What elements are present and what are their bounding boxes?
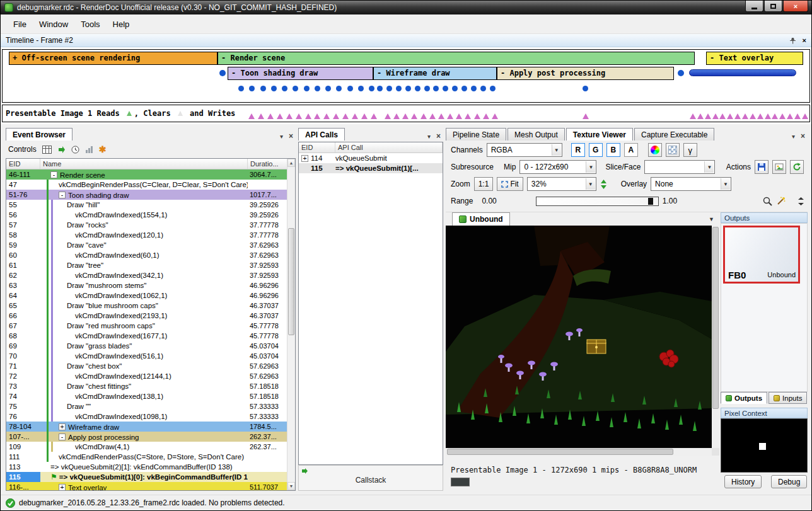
texture-vertical-scrollbar[interactable] bbox=[712, 226, 719, 448]
event-row[interactable]: 75Draw ""57.33333 bbox=[6, 401, 287, 411]
usage-marker-triangle[interactable] bbox=[492, 113, 498, 119]
usage-marker-triangle[interactable] bbox=[277, 113, 283, 119]
event-row[interactable]: 115⚑=> vkQueueSubmit(1)[0]: vkBeginComma… bbox=[6, 472, 287, 482]
toolbar-overflow-icon[interactable] bbox=[798, 197, 804, 205]
tab-pipeline-state[interactable]: Pipeline State bbox=[446, 128, 506, 141]
usage-marker-triangle[interactable] bbox=[429, 113, 436, 119]
refresh-button[interactable] bbox=[790, 160, 804, 174]
usage-marker-triangle[interactable] bbox=[719, 113, 726, 119]
api-call-row[interactable]: +114vkQueueSubmit bbox=[299, 153, 443, 163]
event-row[interactable]: 58vkCmdDrawIndexed(120,1)37.77778 bbox=[6, 230, 287, 240]
usage-marker-triangle[interactable] bbox=[314, 113, 320, 119]
drawcall-dot[interactable] bbox=[424, 86, 430, 91]
channels-combo[interactable]: RGBA ▼ bbox=[487, 143, 562, 157]
channel-b-button[interactable]: B bbox=[606, 143, 620, 157]
event-row[interactable]: 57Draw "rocks"37.77778 bbox=[6, 220, 287, 230]
event-row[interactable]: 46-111-Render scene3064.7... bbox=[6, 169, 287, 180]
event-row[interactable]: 74vkCmdDrawIndexed(138,1)57.18518 bbox=[6, 391, 287, 401]
column-eid[interactable]: EID bbox=[299, 142, 335, 152]
flip-y-icon[interactable] bbox=[600, 180, 607, 189]
event-row[interactable]: 47vkCmdBeginRenderPass(C=Clear, D=Clear,… bbox=[6, 180, 287, 190]
event-browser-scrollbar[interactable]: ▲ ▼ bbox=[287, 159, 295, 490]
usage-marker-triangle[interactable] bbox=[750, 113, 756, 119]
usage-marker-triangle[interactable] bbox=[583, 113, 589, 119]
usage-marker-triangle[interactable] bbox=[420, 113, 427, 119]
event-row[interactable]: 62vkCmdDrawIndexed(342,1)37.92593 bbox=[6, 270, 287, 280]
usage-marker-triangle[interactable] bbox=[690, 113, 696, 119]
event-row[interactable]: 109vkCmdDraw(4,1)262.37... bbox=[6, 442, 287, 452]
texture-list-dropdown-icon[interactable]: ▼ bbox=[709, 216, 714, 222]
zoom-value-combo[interactable]: 32% ▼ bbox=[527, 177, 596, 191]
fb0-thumbnail[interactable]: FB0 Unbound bbox=[723, 226, 800, 284]
bookmark-icon[interactable]: ✱ bbox=[99, 144, 107, 154]
maximize-button[interactable] bbox=[764, 1, 782, 12]
event-row[interactable]: 51-76-Toon shading draw1017.7... bbox=[6, 190, 287, 200]
event-row[interactable]: 76vkCmdDrawIndexed(1098,1)57.33333 bbox=[6, 411, 287, 422]
pin-icon[interactable] bbox=[789, 37, 796, 44]
usage-marker-triangle[interactable] bbox=[727, 113, 733, 119]
drawcall-dot[interactable] bbox=[238, 86, 244, 91]
panel-menu-icon[interactable]: ▾ bbox=[280, 133, 283, 140]
panel-menu-icon[interactable]: ▾ bbox=[427, 133, 431, 140]
hdr-mul-button[interactable] bbox=[648, 143, 662, 157]
drawcall-dot[interactable] bbox=[396, 86, 402, 91]
tab-event-browser[interactable]: Event Browser bbox=[6, 128, 72, 141]
usage-marker-triangle[interactable] bbox=[385, 113, 391, 119]
drawcall-dot[interactable] bbox=[271, 86, 277, 91]
event-row[interactable]: 59Draw "cave"37.62963 bbox=[6, 240, 287, 250]
drawcall-dot[interactable] bbox=[433, 86, 439, 91]
drawcall-dot[interactable] bbox=[304, 86, 310, 91]
menu-file[interactable]: File bbox=[7, 16, 33, 32]
panel-close-icon[interactable]: × bbox=[801, 132, 805, 141]
usage-marker-triangle[interactable] bbox=[456, 113, 462, 119]
event-row[interactable]: 67Draw "red mushroom caps"45.77778 bbox=[6, 321, 287, 331]
tab-api-calls[interactable]: API Calls bbox=[298, 128, 345, 141]
range-slider-thumb[interactable] bbox=[648, 198, 653, 205]
drawcall-dot[interactable] bbox=[405, 86, 411, 91]
scrollbar-thumb[interactable] bbox=[288, 228, 294, 335]
scrollbar-thumb[interactable] bbox=[447, 449, 673, 455]
drawcall-dot[interactable] bbox=[461, 86, 467, 91]
texture-horizontal-scrollbar[interactable] bbox=[446, 448, 712, 456]
event-row[interactable]: 56vkCmdDrawIndexed(1554,1)39.25926 bbox=[6, 210, 287, 220]
tree-expander[interactable]: + bbox=[59, 484, 66, 490]
scroll-down-icon[interactable]: ▼ bbox=[287, 482, 295, 490]
usage-marker-triangle[interactable] bbox=[757, 113, 763, 119]
api-calls-header[interactable]: EID API Call bbox=[299, 142, 443, 153]
drawcall-dot[interactable] bbox=[415, 86, 420, 91]
tree-expander[interactable]: + bbox=[301, 155, 308, 162]
usage-marker-triangle[interactable] bbox=[447, 113, 453, 119]
event-row[interactable]: 63Draw "mushroom stems"46.96296 bbox=[6, 280, 287, 290]
timeline-section-post-processing[interactable]: - Apply post processing bbox=[497, 67, 674, 80]
tab-capture-executable[interactable]: Capture Executable bbox=[634, 128, 714, 141]
zoom-1-1-button[interactable]: 1:1 bbox=[474, 177, 494, 191]
column-name[interactable]: Name bbox=[40, 159, 248, 169]
drawcall-dot[interactable] bbox=[315, 86, 320, 91]
mip-combo[interactable]: 0 - 1272x690 ▼ bbox=[519, 160, 596, 174]
open-texture-list-button[interactable] bbox=[772, 160, 786, 174]
tab-texture-viewer[interactable]: Texture Viewer bbox=[566, 128, 633, 141]
panel-close-icon[interactable]: × bbox=[289, 132, 293, 141]
scrollbar-thumb[interactable] bbox=[712, 227, 719, 409]
timeline-drawcall-capsule[interactable] bbox=[689, 69, 796, 76]
tab-inputs[interactable]: Inputs bbox=[768, 392, 807, 404]
drawcall-dot[interactable] bbox=[219, 70, 226, 76]
scroll-up-icon[interactable]: ▲ bbox=[287, 159, 295, 167]
drawcall-dot[interactable] bbox=[471, 86, 477, 91]
menu-window[interactable]: Window bbox=[33, 16, 74, 32]
drawcall-dot[interactable] bbox=[386, 86, 392, 91]
channel-r-button[interactable]: R bbox=[571, 143, 585, 157]
autofit-wand-icon[interactable] bbox=[776, 197, 786, 206]
timeline-section-text-overlay[interactable]: - Text overlay bbox=[706, 52, 803, 65]
usage-marker-triangle[interactable] bbox=[438, 113, 444, 119]
drawcall-dot[interactable] bbox=[583, 86, 588, 91]
usage-marker-triangle[interactable] bbox=[258, 113, 264, 119]
zoom-range-icon[interactable] bbox=[763, 197, 772, 206]
backdrop-color-swatch[interactable] bbox=[451, 478, 470, 486]
usage-marker-triangle[interactable] bbox=[802, 113, 808, 119]
event-row[interactable]: 55Draw "hill"39.25926 bbox=[6, 200, 287, 210]
usage-marker-triangle[interactable] bbox=[352, 113, 358, 119]
drawcall-dot[interactable] bbox=[377, 86, 383, 91]
usage-marker-triangle[interactable] bbox=[779, 113, 786, 119]
usage-marker-triangle[interactable] bbox=[286, 113, 293, 119]
